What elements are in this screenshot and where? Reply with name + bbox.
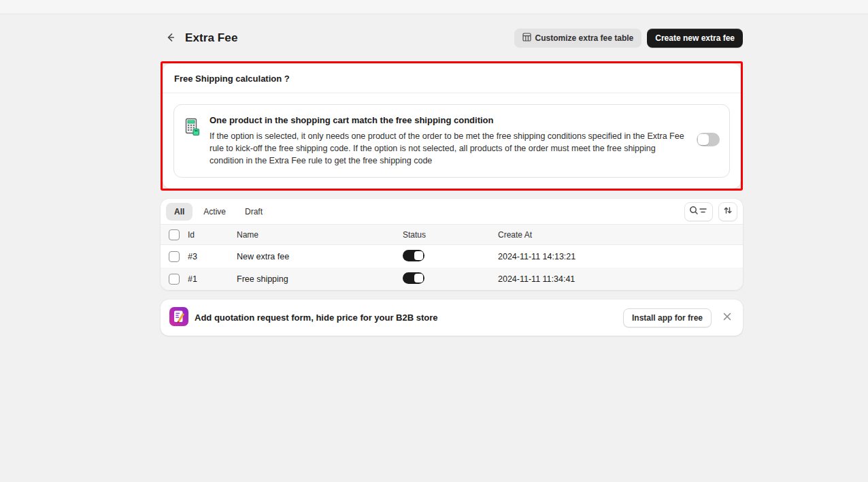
page-content: Extra Fee Customize extra fee table Crea… bbox=[161, 14, 743, 336]
sort-button[interactable] bbox=[718, 202, 737, 221]
free-shipping-option-card: One product in the shopping cart match t… bbox=[173, 104, 730, 178]
table-tabs-row: All Active Draft bbox=[161, 199, 743, 225]
customize-extra-fee-table-button[interactable]: Customize extra fee table bbox=[514, 29, 642, 48]
row-checkbox[interactable] bbox=[169, 251, 180, 262]
create-new-extra-fee-button[interactable]: Create new extra fee bbox=[647, 29, 743, 48]
quotation-form-app-icon bbox=[169, 307, 188, 328]
row-status-toggle[interactable] bbox=[403, 250, 424, 261]
sort-arrows-icon bbox=[723, 206, 733, 217]
column-header-name: Name bbox=[237, 230, 403, 240]
close-icon bbox=[722, 312, 732, 323]
table-row[interactable]: #1 Free shipping 2024-11-11 11:34:41 bbox=[161, 268, 743, 290]
table-header-row: Id Name Status Create At bbox=[161, 225, 743, 245]
table-grid-icon bbox=[522, 33, 531, 44]
row-create-at: 2024-11-11 11:34:41 bbox=[498, 274, 743, 284]
row-checkbox[interactable] bbox=[169, 274, 180, 285]
row-id: #3 bbox=[188, 252, 237, 261]
install-app-button[interactable]: Install app for free bbox=[623, 308, 712, 327]
toggle-knob bbox=[414, 274, 423, 283]
free-shipping-heading: Free Shipping calculation ? bbox=[174, 74, 729, 84]
banner-text: Add quotation request form, hide price f… bbox=[195, 312, 623, 323]
tab-all[interactable]: All bbox=[166, 203, 193, 221]
free-shipping-card-body: One product in the shopping cart match t… bbox=[163, 93, 741, 189]
header-actions: Customize extra fee table Create new ext… bbox=[514, 29, 743, 48]
create-button-label: Create new extra fee bbox=[655, 33, 735, 43]
free-shipping-toggle[interactable] bbox=[697, 133, 720, 146]
tab-draft[interactable]: Draft bbox=[237, 203, 271, 221]
app-install-banner: Add quotation request form, hide price f… bbox=[161, 300, 743, 336]
free-shipping-card-header: Free Shipping calculation ? bbox=[163, 63, 741, 93]
calculator-icon bbox=[184, 118, 201, 138]
row-name: Free shipping bbox=[237, 274, 403, 284]
free-shipping-highlight-box: Free Shipping calculation ? bbox=[161, 61, 743, 191]
search-filter-icon bbox=[689, 206, 708, 217]
option-title: One product in the shopping cart match t… bbox=[210, 115, 684, 125]
column-header-id: Id bbox=[188, 230, 237, 240]
column-header-status: Status bbox=[403, 230, 498, 240]
install-button-label: Install app for free bbox=[632, 313, 703, 323]
customize-button-label: Customize extra fee table bbox=[535, 33, 634, 43]
extra-fee-table-card: All Active Draft bbox=[161, 199, 743, 290]
select-all-checkbox[interactable] bbox=[169, 229, 180, 240]
banner-close-button[interactable] bbox=[721, 310, 733, 325]
page-header: Extra Fee Customize extra fee table Crea… bbox=[161, 29, 743, 48]
toggle-knob bbox=[414, 251, 423, 260]
table-actions bbox=[684, 202, 737, 221]
row-create-at: 2024-11-11 14:13:21 bbox=[498, 252, 743, 261]
option-description: If the option is selected, it only needs… bbox=[210, 130, 684, 167]
back-button[interactable] bbox=[161, 29, 180, 48]
page-title: Extra Fee bbox=[185, 31, 237, 45]
tab-active[interactable]: Active bbox=[195, 203, 234, 221]
top-strip bbox=[0, 0, 868, 14]
search-filter-button[interactable] bbox=[684, 202, 713, 221]
row-name: New extra fee bbox=[237, 252, 403, 261]
arrow-left-icon bbox=[165, 32, 176, 45]
free-shipping-card: Free Shipping calculation ? bbox=[163, 63, 741, 189]
row-id: #1 bbox=[188, 274, 237, 284]
row-status-toggle[interactable] bbox=[403, 272, 424, 284]
column-header-create-at: Create At bbox=[498, 230, 743, 240]
toggle-knob bbox=[698, 134, 709, 145]
table-row[interactable]: #3 New extra fee 2024-11-11 14:13:21 bbox=[161, 245, 743, 268]
option-text-block: One product in the shopping cart match t… bbox=[210, 115, 684, 167]
